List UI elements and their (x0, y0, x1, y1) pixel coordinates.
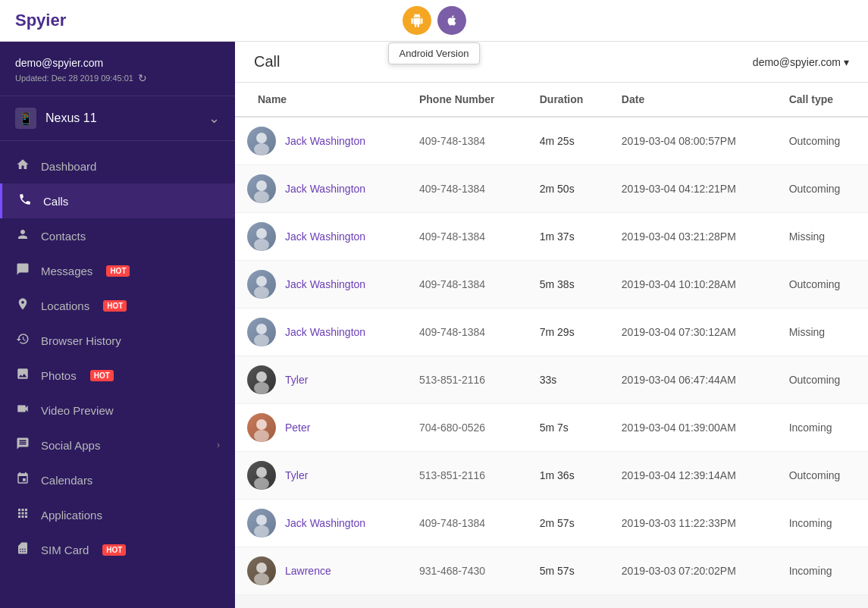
call-phone: 513-851-2116 (407, 356, 528, 404)
contact-name: Lawrence (285, 565, 331, 577)
table-row[interactable]: Jack Washington409-748-13847m 29s2019-03… (235, 309, 868, 356)
table-row[interactable]: Tyler513-851-21161m 36s2019-03-04 12:39:… (235, 452, 868, 500)
call-name-cell: Jack Washington (235, 500, 407, 547)
sidebar-item-dashboard[interactable]: Dashboard (0, 149, 235, 183)
call-phone: 513-851-2116 (407, 452, 528, 500)
call-type: Outcoming (777, 165, 868, 213)
browser-history-icon (15, 332, 30, 349)
android-tooltip: Android Version (388, 42, 481, 64)
sidebar-item-label-locations: Locations (41, 299, 89, 312)
calls-table-container: NamePhone NumberDurationDateCall type Ja… (235, 83, 868, 608)
call-duration: 7m 29s (528, 309, 609, 356)
device-selector[interactable]: 📱 Nexus 11 ⌄ (0, 96, 235, 141)
sidebar-item-sim-card[interactable]: SIM CardHOT (0, 532, 235, 567)
sidebar-item-photos[interactable]: PhotosHOT (0, 358, 235, 393)
device-name: Nexus 11 (45, 111, 97, 125)
call-name-cell: Jack Washington (235, 261, 407, 309)
contact-name: Tyler (285, 469, 308, 481)
top-bar: Spyier Android Version (0, 0, 868, 42)
call-date: 2019-03-04 01:39:00AM (609, 404, 777, 452)
sidebar-item-applications[interactable]: Applications (0, 497, 235, 532)
contact-avatar (247, 509, 276, 537)
table-row[interactable]: Jack Washington409-748-13845m 38s2019-03… (235, 261, 868, 309)
contact-name: Peter (285, 422, 310, 434)
header-user-email: demo@spyier.com (753, 56, 841, 68)
svg-point-9 (254, 334, 269, 346)
sidebar-item-calls[interactable]: Calls (0, 183, 235, 218)
contact-avatar (247, 222, 276, 251)
call-phone: 409-748-1384 (407, 261, 528, 309)
svg-point-11 (254, 382, 269, 394)
svg-point-7 (254, 287, 269, 299)
col-header-name: Name (235, 83, 407, 117)
sidebar-item-contacts[interactable]: Contacts (0, 218, 235, 253)
sidebar-item-messages[interactable]: MessagesHOT (0, 253, 235, 288)
svg-point-19 (254, 573, 269, 585)
apple-icon-button[interactable] (437, 6, 466, 35)
table-row[interactable]: Peter704-680-05265m 7s2019-03-04 01:39:0… (235, 404, 868, 452)
sidebar-item-browser-history[interactable]: Browser History (0, 323, 235, 358)
call-duration: 5m 38s (528, 261, 609, 309)
call-date: 2019-03-03 07:20:02PM (609, 547, 777, 595)
android-icon-button[interactable] (403, 6, 431, 35)
messages-icon (15, 262, 30, 279)
svg-point-3 (254, 191, 269, 203)
contact-avatar (247, 413, 276, 442)
contacts-icon (15, 227, 30, 244)
device-icon: 📱 (15, 108, 36, 129)
svg-point-12 (256, 419, 267, 430)
calls-icon (17, 193, 33, 209)
contact-avatar (247, 127, 276, 155)
call-duration: 5m 7s (528, 404, 609, 452)
table-row[interactable]: Jack Washington409-748-13844m 25s2019-03… (235, 117, 868, 165)
contact-avatar (247, 270, 276, 299)
call-name-cell: Jack Washington (235, 117, 407, 165)
contact-avatar (247, 461, 276, 490)
table-row[interactable]: Lawrence931-468-74305m 57s2019-03-03 07:… (235, 547, 868, 595)
call-phone: 409-748-1384 (407, 309, 528, 356)
sidebar-item-video-preview[interactable]: Video Preview (0, 393, 235, 428)
table-row[interactable]: Tyler513-851-211633s2019-03-04 06:47:44A… (235, 356, 868, 404)
call-type: Outcoming (777, 356, 868, 404)
sidebar-item-label-video-preview: Video Preview (41, 404, 114, 417)
svg-point-6 (256, 276, 267, 287)
table-row[interactable]: Jack Washington409-748-13841m 37s2019-03… (235, 213, 868, 261)
col-header-call-type: Call type (777, 83, 868, 117)
call-duration: 5m 57s (528, 547, 609, 595)
applications-icon (15, 506, 30, 523)
svg-point-18 (256, 563, 267, 573)
sidebar-item-calendars[interactable]: Calendars (0, 462, 235, 497)
table-row[interactable]: Jack Washington409-748-13842m 57s2019-03… (235, 500, 868, 547)
call-phone: 931-468-7430 (407, 547, 528, 595)
call-date: 2019-03-04 08:00:57PM (609, 117, 777, 165)
svg-point-2 (256, 180, 267, 191)
svg-point-8 (256, 324, 267, 334)
refresh-icon[interactable]: ↻ (138, 72, 147, 84)
locations-icon (15, 297, 30, 314)
hot-badge: HOT (90, 370, 114, 381)
contact-avatar (247, 365, 276, 394)
svg-point-15 (254, 478, 269, 490)
call-type: Incoming (777, 547, 868, 595)
call-duration: 2m 50s (528, 165, 609, 213)
call-type: Missing (777, 213, 868, 261)
col-header-duration: Duration (528, 83, 609, 117)
sidebar-item-social-apps[interactable]: Social Apps› (0, 428, 235, 462)
sim-card-icon (15, 541, 30, 558)
main-layout: demo@spyier.com Updated: Dec 28 2019 09:… (0, 42, 868, 608)
sidebar-item-locations[interactable]: LocationsHOT (0, 288, 235, 323)
contact-name: Jack Washington (285, 326, 365, 338)
sidebar-item-label-social-apps: Social Apps (41, 439, 100, 452)
call-duration: 1m 36s (528, 452, 609, 500)
svg-point-14 (256, 467, 267, 478)
video-preview-icon (15, 402, 30, 418)
svg-point-13 (254, 430, 269, 442)
nav-menu: DashboardCallsContactsMessagesHOTLocatio… (0, 141, 235, 575)
header-user-menu[interactable]: demo@spyier.com ▾ (753, 56, 849, 68)
col-header-phone-number: Phone Number (407, 83, 528, 117)
sidebar-item-label-contacts: Contacts (41, 230, 86, 243)
table-row[interactable]: Jack Washington409-748-13842m 50s2019-03… (235, 165, 868, 213)
contact-name: Tyler (285, 374, 308, 386)
call-name-cell: Jack Washington (235, 309, 407, 356)
sidebar-item-label-calls: Calls (43, 195, 68, 208)
